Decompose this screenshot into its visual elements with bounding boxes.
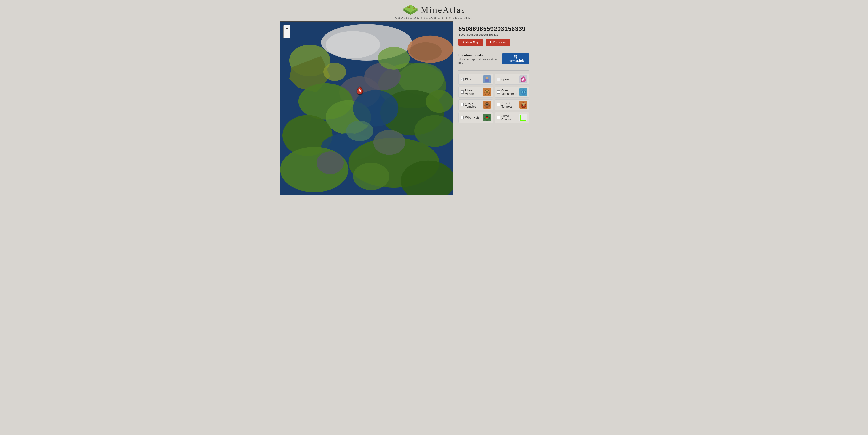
jungle-temples-icon [483, 101, 491, 109]
new-map-button[interactable]: + New Map [459, 39, 484, 46]
player-icon [483, 75, 491, 83]
feature-item-likely-villages[interactable]: Likely Villages [459, 87, 493, 98]
zoom-in-button[interactable]: + [284, 25, 290, 32]
svg-point-9 [326, 31, 380, 58]
sidebar: 8508698559203156339 Seed: 85086985592031… [454, 22, 533, 127]
feature-item-player[interactable]: ✓ Player [459, 74, 493, 85]
desert-temples-icon [520, 101, 527, 109]
map-area[interactable]: + − [280, 22, 454, 195]
svg-rect-67 [486, 117, 488, 117]
map-background [280, 22, 453, 195]
logo-subtitle: Unofficial Minecraft 1.8 Seed Map [395, 16, 473, 20]
feature-item-ocean-monuments[interactable]: Ocean Monuments [495, 87, 529, 98]
likely-villages-icon [483, 88, 491, 96]
random-button[interactable]: ↻ Random [486, 39, 510, 46]
feature-label-desert-temples: Desert Temples [501, 101, 518, 108]
zoom-out-button[interactable]: − [284, 32, 290, 38]
ocean-monuments-icon [520, 88, 527, 96]
svg-rect-46 [523, 80, 524, 80]
svg-point-69 [487, 117, 488, 118]
logo-diamond-icon [402, 4, 418, 15]
player-checkbox[interactable]: ✓ [461, 78, 464, 81]
feature-grid: ✓ Player ✓ Spawn [459, 74, 529, 123]
svg-rect-61 [524, 104, 525, 105]
svg-rect-42 [485, 80, 486, 81]
svg-rect-56 [488, 104, 488, 105]
slime-chunks-icon [520, 114, 527, 122]
svg-rect-60 [522, 104, 523, 105]
location-section: Location details: Hover or tap to show l… [459, 54, 502, 64]
svg-rect-43 [488, 80, 489, 81]
feature-item-desert-temples[interactable]: Desert Temples [495, 99, 529, 110]
feature-label-slime-chunks: Slime Chunks [501, 114, 518, 121]
main-container: + − 8508698559203156339 Seed: 8508698559… [280, 22, 588, 195]
spawn-icon [520, 75, 527, 83]
likely-villages-checkbox[interactable] [461, 91, 464, 94]
svg-point-68 [486, 117, 487, 118]
feature-label-likely-villages: Likely Villages [465, 89, 482, 95]
location-desc: Hover or tap to show location info [459, 58, 502, 64]
feature-label-player: Player [465, 77, 482, 81]
zoom-controls: + − [283, 25, 290, 38]
svg-point-53 [523, 92, 524, 92]
witch-huts-icon [483, 114, 491, 122]
desert-temples-checkbox[interactable] [497, 103, 500, 106]
permalink-button[interactable]: ⛓ PermaLink [502, 54, 529, 64]
svg-rect-39 [359, 91, 360, 92]
feature-item-spawn[interactable]: ✓ Spawn [495, 74, 529, 85]
witch-huts-checkbox[interactable] [461, 116, 464, 119]
location-title: Location details: [459, 54, 502, 57]
jungle-temples-checkbox[interactable] [461, 103, 464, 106]
feature-label-witch-huts: Witch Huts [465, 116, 482, 119]
svg-point-33 [346, 121, 373, 141]
feature-item-slime-chunks[interactable]: Slime Chunks [495, 112, 529, 123]
feature-label-spawn: Spawn [501, 77, 518, 81]
svg-point-30 [353, 163, 389, 190]
spawn-checkbox[interactable]: ✓ [497, 78, 500, 81]
action-buttons: + New Map ↻ Random [459, 39, 529, 46]
feature-item-witch-huts[interactable]: Witch Huts [459, 112, 493, 123]
svg-point-11 [410, 42, 441, 61]
header: MineAtlas Unofficial Minecraft 1.8 Seed … [395, 0, 473, 22]
svg-rect-40 [486, 77, 488, 79]
ocean-monuments-checkbox[interactable] [497, 91, 500, 94]
svg-rect-48 [486, 91, 487, 92]
svg-point-29 [316, 152, 344, 174]
divider-2 [459, 70, 529, 71]
svg-point-31 [426, 90, 453, 112]
svg-rect-55 [486, 104, 487, 105]
feature-label-ocean-monuments: Ocean Monuments [501, 89, 518, 95]
svg-rect-49 [487, 91, 488, 92]
svg-point-32 [323, 63, 346, 81]
feature-item-jungle-temples[interactable]: Jungle Temples [459, 99, 493, 110]
seed-value: 8508698559203156339 [459, 26, 529, 32]
logo-title: MineAtlas [421, 5, 466, 15]
svg-point-34 [378, 47, 410, 69]
feature-label-jungle-temples: Jungle Temples [465, 101, 482, 108]
seed-label: Seed: 8508698559203156339 [459, 33, 529, 36]
spawn-marker[interactable] [356, 86, 363, 96]
svg-rect-58 [487, 105, 487, 105]
svg-point-15 [398, 63, 444, 95]
svg-rect-64 [523, 105, 524, 105]
svg-rect-50 [486, 93, 488, 93]
svg-point-28 [373, 130, 405, 155]
divider-1 [459, 51, 529, 51]
slime-chunks-checkbox[interactable] [497, 116, 500, 119]
